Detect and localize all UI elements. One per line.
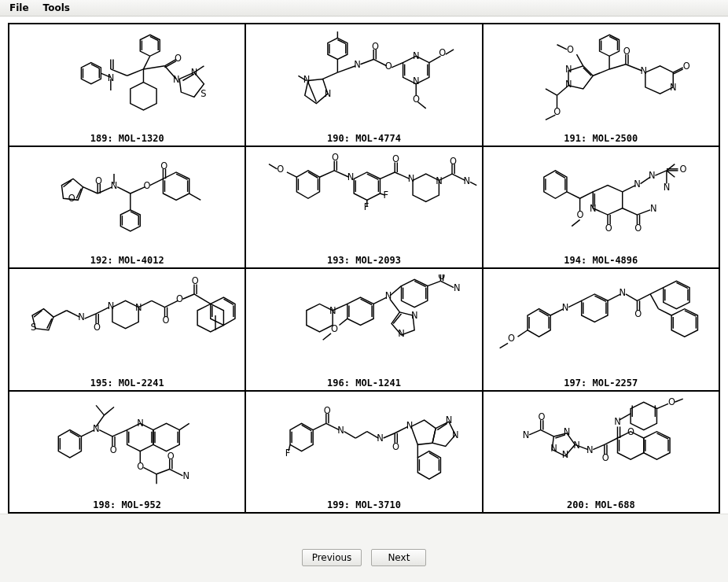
previous-button[interactable]: Previous bbox=[302, 549, 362, 566]
svg-text:O: O bbox=[385, 61, 392, 72]
svg-line-122 bbox=[287, 172, 296, 177]
svg-line-191 bbox=[53, 311, 67, 317]
svg-marker-270 bbox=[663, 282, 689, 309]
molecule-cell[interactable]: O N O O N N N bbox=[483, 146, 719, 269]
svg-marker-29 bbox=[328, 39, 347, 60]
molecule-cell[interactable]: N O N N N N N O bbox=[483, 391, 719, 514]
svg-text:O: O bbox=[392, 440, 399, 451]
svg-text:O: O bbox=[110, 444, 117, 455]
molecule-structure: O O N O bbox=[13, 150, 241, 254]
svg-line-286 bbox=[96, 415, 104, 427]
svg-text:N: N bbox=[619, 287, 626, 298]
svg-text:N: N bbox=[561, 449, 568, 460]
molecule-cell[interactable]: N O N S N bbox=[9, 24, 245, 146]
svg-text:O: O bbox=[623, 46, 630, 57]
svg-line-84 bbox=[557, 45, 566, 50]
svg-text:N: N bbox=[561, 302, 568, 313]
svg-line-180 bbox=[667, 164, 675, 170]
svg-marker-0 bbox=[140, 35, 160, 57]
molecule-structure: N N N O O N N bbox=[249, 28, 478, 131]
svg-line-257 bbox=[568, 301, 582, 308]
svg-text:N: N bbox=[640, 65, 647, 76]
svg-marker-118 bbox=[297, 171, 320, 198]
svg-line-49 bbox=[392, 63, 403, 68]
svg-marker-334 bbox=[411, 420, 436, 444]
svg-text:O: O bbox=[332, 153, 339, 163]
molecule-structure: O O N F F bbox=[249, 150, 478, 254]
molecule-structure: O N O O N N N bbox=[487, 150, 715, 254]
svg-marker-163 bbox=[593, 185, 622, 214]
menu-tools[interactable]: Tools bbox=[37, 1, 76, 15]
molecule-cell[interactable]: N O N O bbox=[9, 391, 245, 514]
svg-text:O: O bbox=[94, 322, 101, 333]
molecule-cell[interactable]: S N O N N bbox=[9, 268, 245, 391]
next-button[interactable]: Next bbox=[371, 549, 426, 566]
svg-marker-280 bbox=[58, 429, 81, 457]
molecule-structure: N O N N N bbox=[249, 272, 478, 376]
svg-text:O: O bbox=[324, 405, 331, 416]
svg-text:O: O bbox=[162, 315, 169, 326]
svg-text:O: O bbox=[567, 44, 574, 55]
svg-text:N: N bbox=[663, 182, 670, 193]
svg-text:O: O bbox=[392, 153, 399, 164]
svg-text:O: O bbox=[331, 323, 338, 334]
molecule-cell[interactable]: O O N F F bbox=[245, 146, 482, 269]
svg-line-125 bbox=[320, 171, 335, 177]
svg-line-158 bbox=[567, 192, 580, 198]
molecule-cell[interactable]: N O N N N bbox=[245, 268, 482, 391]
molecule-structure: F O N N O N bbox=[249, 395, 478, 499]
molecule-caption: 189: MOL-1320 bbox=[90, 131, 164, 144]
svg-text:O: O bbox=[627, 426, 634, 437]
svg-line-209 bbox=[182, 294, 194, 299]
svg-line-215 bbox=[194, 294, 211, 304]
molecule-cell[interactable]: O N N O N N O bbox=[483, 24, 719, 146]
svg-line-181 bbox=[667, 171, 675, 177]
molecule-cell[interactable]: O N N O bbox=[483, 268, 719, 391]
molecule-cell[interactable]: F O N N O N bbox=[245, 391, 482, 514]
svg-line-194 bbox=[85, 314, 97, 319]
svg-line-275 bbox=[658, 309, 671, 315]
svg-line-60 bbox=[418, 102, 426, 109]
svg-line-169 bbox=[622, 208, 637, 215]
svg-text:N: N bbox=[411, 311, 418, 322]
svg-line-4 bbox=[143, 57, 149, 70]
svg-text:N: N bbox=[108, 300, 115, 311]
svg-text:N: N bbox=[347, 171, 355, 182]
svg-line-254 bbox=[499, 344, 507, 348]
svg-text:N: N bbox=[649, 170, 656, 181]
molecule-structure: N O N O bbox=[13, 395, 241, 499]
svg-marker-374 bbox=[631, 402, 656, 429]
svg-marker-248 bbox=[528, 309, 550, 337]
molecule-cell[interactable]: N N N O O N N bbox=[245, 24, 482, 146]
svg-line-358 bbox=[593, 444, 605, 449]
svg-text:N: N bbox=[182, 470, 189, 481]
molecule-caption: 199: MOL-3710 bbox=[327, 498, 401, 510]
svg-line-101 bbox=[117, 187, 131, 193]
svg-text:N: N bbox=[399, 328, 406, 339]
molecule-cell[interactable]: O O N O bbox=[9, 146, 245, 269]
molecule-structure: N O N S N bbox=[13, 28, 241, 131]
svg-text:N: N bbox=[454, 282, 461, 293]
svg-line-153 bbox=[470, 182, 476, 185]
svg-line-85 bbox=[557, 86, 568, 95]
svg-text:O: O bbox=[601, 452, 609, 463]
svg-line-242 bbox=[428, 282, 441, 286]
svg-text:N: N bbox=[137, 418, 144, 429]
svg-text:F: F bbox=[285, 448, 291, 459]
svg-marker-223 bbox=[347, 297, 373, 325]
svg-text:N: N bbox=[78, 312, 85, 323]
svg-line-109 bbox=[150, 179, 164, 185]
svg-text:O: O bbox=[605, 223, 612, 234]
svg-line-94 bbox=[83, 187, 97, 193]
svg-line-18 bbox=[143, 66, 164, 69]
svg-line-43 bbox=[361, 60, 374, 64]
menu-file[interactable]: File bbox=[3, 1, 35, 15]
footer-nav: Previous Next bbox=[0, 514, 728, 576]
svg-marker-11 bbox=[81, 63, 101, 84]
molecule-structure: S N O N N bbox=[13, 272, 241, 376]
molecule-caption: 200: MOL-688 bbox=[567, 498, 635, 510]
svg-line-232 bbox=[390, 300, 399, 313]
svg-line-289 bbox=[99, 429, 112, 436]
molecule-structure: N O N N N N N O bbox=[487, 395, 715, 499]
svg-line-345 bbox=[529, 429, 541, 434]
